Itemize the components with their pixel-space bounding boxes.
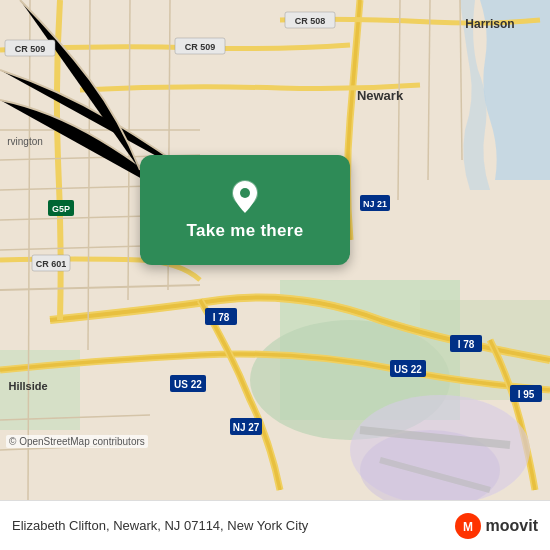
- moovit-text: moovit: [486, 517, 538, 535]
- svg-point-53: [240, 188, 250, 198]
- button-label: Take me there: [187, 221, 304, 241]
- moovit-icon: M: [454, 512, 482, 540]
- svg-text:Hillside: Hillside: [8, 380, 47, 392]
- svg-text:Newark: Newark: [357, 88, 404, 103]
- svg-text:I 78: I 78: [213, 312, 230, 323]
- svg-text:US 22: US 22: [394, 364, 422, 375]
- bottom-bar: Elizabeth Clifton, Newark, NJ 07114, New…: [0, 500, 550, 550]
- location-pin-icon: [227, 179, 263, 215]
- take-me-there-button[interactable]: Take me there: [140, 155, 350, 265]
- moovit-logo: M moovit: [454, 512, 538, 540]
- svg-text:G5P: G5P: [52, 204, 70, 214]
- svg-text:CR 509: CR 509: [185, 42, 216, 52]
- address-text: Elizabeth Clifton, Newark, NJ 07114, New…: [12, 518, 454, 533]
- svg-text:US 22: US 22: [174, 379, 202, 390]
- svg-text:rvington: rvington: [7, 136, 43, 147]
- svg-text:Harrison: Harrison: [465, 17, 514, 31]
- svg-text:NJ 27: NJ 27: [233, 422, 260, 433]
- osm-credit: © OpenStreetMap contributors: [6, 435, 148, 448]
- svg-text:I 78: I 78: [458, 339, 475, 350]
- svg-text:CR 508: CR 508: [295, 16, 326, 26]
- svg-text:CR 509: CR 509: [15, 44, 46, 54]
- svg-text:I 95: I 95: [518, 389, 535, 400]
- map-container: CR 509 CR 509 CR 508 G5P NJ 21 I 78 US 2…: [0, 0, 550, 500]
- svg-text:M: M: [463, 520, 473, 534]
- svg-text:NJ 21: NJ 21: [363, 199, 387, 209]
- svg-text:CR 601: CR 601: [36, 259, 67, 269]
